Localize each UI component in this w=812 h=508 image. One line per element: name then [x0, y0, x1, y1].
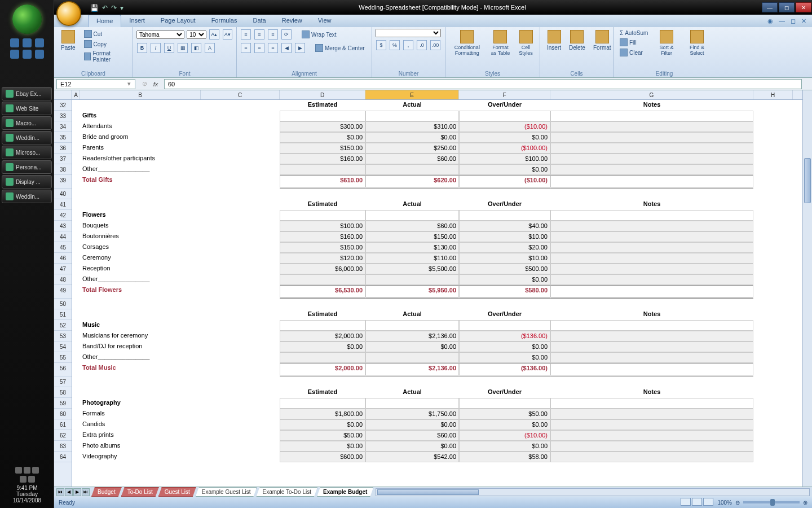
cut-button[interactable]: Cut: [81, 29, 129, 39]
cell[interactable]: Flowers: [80, 210, 201, 221]
comma-button[interactable]: ,: [403, 40, 413, 50]
cell[interactable]: [550, 121, 753, 132]
grow-font-button[interactable]: A▴: [209, 29, 219, 40]
cell[interactable]: $100.00: [280, 221, 365, 231]
cell[interactable]: $20.00: [459, 242, 550, 253]
cell[interactable]: [550, 253, 753, 264]
cell[interactable]: [550, 419, 753, 430]
cell[interactable]: [459, 111, 550, 121]
tray-icon[interactable]: [20, 476, 27, 483]
row-header[interactable]: 64: [54, 452, 72, 462]
number-format-select[interactable]: [376, 29, 441, 37]
cell[interactable]: [72, 221, 80, 231]
find-select-button[interactable]: Find & Select: [682, 29, 712, 58]
scroll-thumb[interactable]: [377, 489, 479, 495]
cell[interactable]: [459, 210, 550, 221]
fill-color-button[interactable]: ◧: [191, 43, 201, 53]
cell[interactable]: $5,500.00: [365, 264, 459, 274]
row-header[interactable]: 33: [54, 111, 72, 121]
ql-icon[interactable]: [35, 50, 44, 59]
cell[interactable]: Bouquets: [80, 221, 201, 231]
cell[interactable]: [72, 100, 80, 111]
row-header[interactable]: 36: [54, 143, 72, 154]
row-header[interactable]: 38: [54, 164, 72, 175]
cell[interactable]: [72, 111, 80, 121]
cell[interactable]: [550, 231, 753, 242]
cell[interactable]: [550, 154, 753, 164]
sheet-tab-active[interactable]: Example Budget: [317, 487, 373, 497]
cell[interactable]: $2,000.00: [280, 331, 365, 341]
cell[interactable]: Actual: [365, 309, 459, 320]
ribbon-minimize-icon[interactable]: —: [779, 17, 785, 24]
row-header[interactable]: 39: [54, 175, 72, 189]
row-header[interactable]: 55: [54, 352, 72, 363]
clock-time[interactable]: 9:41 PM: [0, 485, 54, 491]
cell[interactable]: [201, 242, 280, 253]
cell[interactable]: Music: [80, 320, 201, 331]
cell[interactable]: $0.00: [365, 419, 459, 430]
cell[interactable]: $150.00: [280, 143, 365, 154]
tray-icon[interactable]: [32, 467, 39, 474]
page-layout-view-button[interactable]: [692, 498, 702, 506]
cell[interactable]: $0.00: [459, 419, 550, 430]
align-left-button[interactable]: ≡: [241, 43, 251, 53]
cell[interactable]: $600.00: [280, 452, 365, 462]
sheet-prev-icon[interactable]: ◀: [65, 488, 73, 496]
cell[interactable]: [72, 242, 80, 253]
cell[interactable]: [201, 274, 280, 285]
row-header[interactable]: 60: [54, 409, 72, 419]
cell[interactable]: [72, 154, 80, 164]
cancel-formula-icon[interactable]: ⊘: [142, 80, 147, 87]
cell[interactable]: [72, 387, 80, 398]
office-button[interactable]: [56, 1, 81, 26]
cell[interactable]: $0.00: [459, 341, 550, 352]
cell[interactable]: $580.00: [459, 285, 550, 299]
cell[interactable]: [80, 387, 201, 398]
cell[interactable]: [550, 111, 753, 121]
sort-filter-button[interactable]: Sort & Filter: [653, 29, 680, 58]
cell[interactable]: [365, 299, 459, 309]
ql-icon[interactable]: [23, 50, 32, 59]
cell-styles-button[interactable]: Cell Styles: [515, 29, 536, 57]
cell[interactable]: [550, 430, 753, 441]
row-header[interactable]: 35: [54, 132, 72, 143]
vertical-scrollbar[interactable]: [802, 90, 812, 487]
cell[interactable]: Attendants: [80, 121, 201, 132]
autosum-button[interactable]: ΣAutoSum: [617, 29, 651, 37]
cell[interactable]: Actual: [365, 199, 459, 210]
ribbon-tab-home[interactable]: Home: [88, 15, 121, 27]
fill-button[interactable]: Fill: [617, 37, 651, 47]
font-size-select[interactable]: 10: [187, 30, 206, 39]
sheet-next-icon[interactable]: ▶: [73, 488, 81, 496]
cell[interactable]: [201, 199, 280, 210]
cell[interactable]: [72, 419, 80, 430]
cell[interactable]: [72, 274, 80, 285]
column-header[interactable]: D: [280, 90, 365, 99]
cell[interactable]: [72, 143, 80, 154]
start-button[interactable]: [12, 5, 42, 34]
increase-decimal-button[interactable]: .0: [417, 40, 427, 50]
cell[interactable]: Estimated: [280, 199, 365, 210]
select-all-corner[interactable]: [54, 90, 72, 100]
font-color-button[interactable]: A: [205, 43, 215, 53]
format-cells-button[interactable]: Format: [590, 29, 615, 52]
cell[interactable]: ($10.00): [459, 430, 550, 441]
cell[interactable]: [550, 264, 753, 274]
cell[interactable]: Notes: [550, 100, 753, 111]
column-header[interactable]: E: [365, 90, 459, 99]
cell[interactable]: [72, 309, 80, 320]
cell[interactable]: [72, 376, 80, 387]
cell[interactable]: $0.00: [280, 419, 365, 430]
cell[interactable]: [280, 352, 365, 363]
cell[interactable]: ($100.00): [459, 143, 550, 154]
row-header[interactable]: 42: [54, 210, 72, 221]
cell[interactable]: Total Music: [80, 363, 201, 376]
align-bottom-button[interactable]: ≡: [268, 29, 278, 40]
cell[interactable]: Boutonnières: [80, 231, 201, 242]
cell[interactable]: $500.00: [459, 264, 550, 274]
ribbon-tab-review[interactable]: Review: [274, 15, 310, 27]
cell[interactable]: [550, 398, 753, 409]
cell[interactable]: [72, 210, 80, 221]
cell[interactable]: Notes: [550, 309, 753, 320]
cell[interactable]: Total Gifts: [80, 175, 201, 189]
